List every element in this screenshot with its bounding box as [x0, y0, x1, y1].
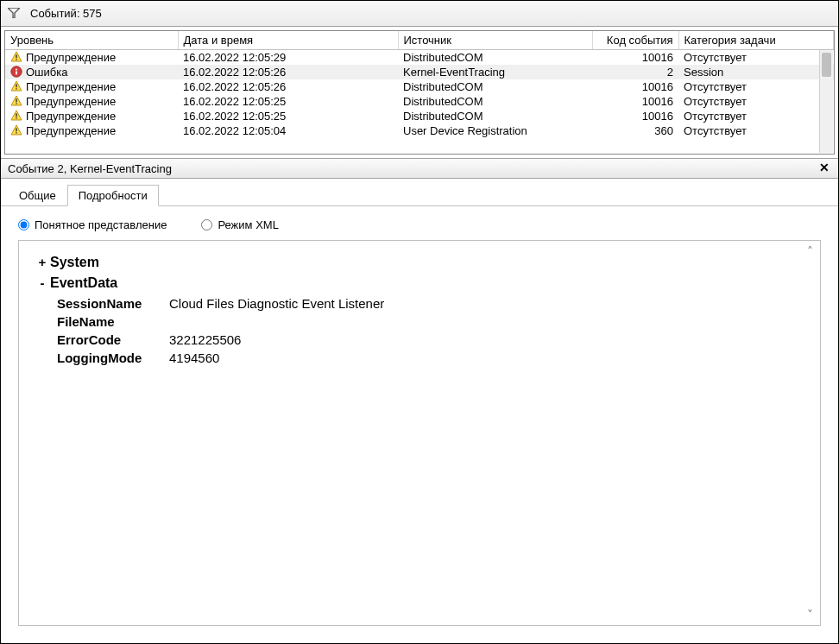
cell-level: Предупреждение — [5, 123, 178, 138]
event-count-label: Событий: 575 — [30, 7, 102, 20]
detail-header: Событие 2, Kernel-EventTracing ✕ — [1, 158, 838, 179]
event-viewer-window: Событий: 575 Уровень Дата и время Источн… — [0, 0, 839, 644]
table-row[interactable]: Предупреждение16.02.2022 12:05:25Distrib… — [5, 109, 834, 123]
detail-body-wrap: + System - EventData SessionName Cloud F… — [1, 240, 838, 643]
cell-taskcat: Отсутствует — [678, 123, 834, 138]
table-row[interactable]: Ошибка16.02.2022 12:05:26Kernel-EventTra… — [5, 65, 834, 79]
prop-loggingmode: LoggingMode 4194560 — [57, 350, 804, 365]
cell-level: Предупреждение — [5, 50, 178, 66]
prop-sessionname-value: Cloud Files Diagnostic Event Listener — [169, 296, 384, 311]
error-icon — [10, 66, 22, 78]
cell-datetime: 16.02.2022 12:05:29 — [178, 50, 398, 66]
scrollbar-thumb[interactable] — [822, 53, 831, 77]
prop-sessionname-label: SessionName — [57, 296, 169, 311]
table-row[interactable]: Предупреждение16.02.2022 12:05:26Distrib… — [5, 79, 834, 94]
radio-xml-input[interactable] — [201, 219, 212, 230]
cell-taskcat: Отсутствует — [678, 79, 834, 94]
svg-point-3 — [16, 69, 17, 71]
cell-eventid: 2 — [592, 65, 678, 79]
tree-system[interactable]: + System — [35, 255, 804, 270]
svg-rect-11 — [16, 128, 16, 131]
cell-source: DistributedCOM — [398, 50, 592, 66]
cell-eventid: 10016 — [592, 109, 678, 123]
scroll-up-icon[interactable]: ˄ — [803, 244, 817, 258]
detail-scrollbar[interactable]: ˄ ˅ — [803, 244, 817, 622]
cell-source: User Device Registration — [398, 123, 592, 138]
event-table: Уровень Дата и время Источник Код событи… — [5, 31, 834, 138]
warning-icon — [10, 51, 22, 63]
cell-datetime: 16.02.2022 12:05:26 — [178, 65, 398, 79]
radio-friendly-input[interactable] — [18, 219, 29, 230]
svg-rect-10 — [16, 117, 16, 118]
cell-eventid: 360 — [592, 123, 678, 138]
cell-datetime: 16.02.2022 12:05:25 — [178, 109, 398, 123]
table-row[interactable]: Предупреждение16.02.2022 12:05:29Distrib… — [5, 50, 834, 66]
col-level[interactable]: Уровень — [5, 31, 178, 50]
col-source[interactable]: Источник — [398, 31, 592, 50]
svg-rect-9 — [16, 113, 16, 117]
close-detail-button[interactable]: ✕ — [816, 161, 833, 176]
tab-general[interactable]: Общие — [8, 185, 67, 205]
svg-rect-4 — [16, 71, 17, 74]
cell-level: Предупреждение — [5, 94, 178, 109]
cell-datetime: 16.02.2022 12:05:04 — [178, 123, 398, 138]
tree-collapse-icon[interactable]: - — [35, 276, 50, 289]
filter-icon[interactable] — [8, 7, 20, 21]
detail-body: + System - EventData SessionName Cloud F… — [18, 240, 821, 626]
prop-loggingmode-value: 4194560 — [169, 350, 219, 365]
svg-rect-12 — [16, 132, 16, 133]
cell-source: DistributedCOM — [398, 109, 592, 123]
cell-datetime: 16.02.2022 12:05:26 — [178, 79, 398, 94]
svg-rect-1 — [16, 59, 16, 60]
detail-tabs: Общие Подробности — [1, 179, 838, 206]
svg-rect-0 — [16, 54, 16, 58]
table-row[interactable]: Предупреждение16.02.2022 12:05:25Distrib… — [5, 94, 834, 109]
cell-source: DistributedCOM — [398, 94, 592, 109]
cell-source: Kernel-EventTracing — [398, 65, 592, 79]
col-taskcat[interactable]: Категория задачи — [678, 31, 834, 50]
col-eventid[interactable]: Код события — [592, 31, 678, 50]
cell-eventid: 10016 — [592, 79, 678, 94]
event-list: Уровень Дата и время Источник Код событи… — [4, 30, 835, 155]
detail-view-mode: Понятное представление Режим XML — [1, 206, 838, 240]
svg-rect-6 — [16, 88, 16, 89]
cell-level: Ошибка — [5, 65, 178, 79]
cell-taskcat: Отсутствует — [678, 94, 834, 109]
prop-errorcode-label: ErrorCode — [57, 332, 169, 347]
tree-system-label: System — [50, 255, 99, 270]
cell-taskcat: Отсутствует — [678, 50, 834, 66]
table-row[interactable]: Предупреждение16.02.2022 12:05:04User De… — [5, 123, 834, 138]
tree-eventdata[interactable]: - EventData — [35, 275, 804, 291]
cell-level: Предупреждение — [5, 109, 178, 123]
col-datetime[interactable]: Дата и время — [178, 31, 398, 50]
event-list-scrollbar[interactable] — [819, 50, 833, 153]
cell-eventid: 10016 — [592, 50, 678, 66]
warning-icon — [10, 110, 22, 122]
prop-filename: FileName — [57, 314, 804, 329]
warning-icon — [10, 124, 22, 136]
warning-icon — [10, 95, 22, 107]
warning-icon — [10, 80, 22, 92]
detail-title: Событие 2, Kernel-EventTracing — [8, 162, 172, 175]
svg-rect-8 — [16, 103, 16, 104]
cell-level: Предупреждение — [5, 79, 178, 94]
svg-rect-5 — [16, 84, 16, 87]
cell-taskcat: Session — [678, 65, 834, 79]
table-header-row: Уровень Дата и время Источник Код событи… — [5, 31, 834, 50]
tree-expand-icon[interactable]: + — [35, 256, 50, 268]
filter-bar: Событий: 575 — [1, 1, 838, 27]
radio-friendly-label: Понятное представление — [35, 218, 167, 231]
radio-friendly-view[interactable]: Понятное представление — [18, 218, 167, 231]
prop-sessionname: SessionName Cloud Files Diagnostic Event… — [57, 296, 804, 311]
cell-taskcat: Отсутствует — [678, 109, 834, 123]
radio-xml-view[interactable]: Режим XML — [201, 218, 278, 231]
tree-eventdata-label: EventData — [50, 275, 117, 291]
scroll-down-icon[interactable]: ˅ — [803, 608, 817, 622]
radio-xml-label: Режим XML — [218, 218, 278, 231]
prop-loggingmode-label: LoggingMode — [57, 350, 169, 365]
cell-source: DistributedCOM — [398, 79, 592, 94]
prop-filename-label: FileName — [57, 314, 169, 329]
tab-details[interactable]: Подробности — [67, 185, 159, 206]
cell-datetime: 16.02.2022 12:05:25 — [178, 94, 398, 109]
svg-rect-7 — [16, 98, 16, 102]
